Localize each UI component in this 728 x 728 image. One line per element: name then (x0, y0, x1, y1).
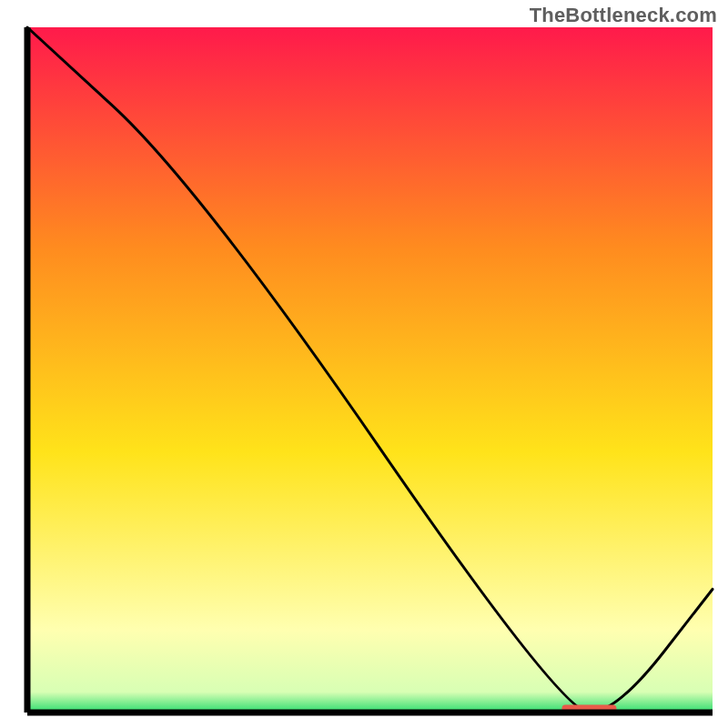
bottleneck-chart (0, 0, 728, 728)
watermark-text: TheBottleneck.com (530, 4, 717, 27)
chart-frame: TheBottleneck.com (0, 0, 728, 728)
plot-background (27, 27, 713, 713)
